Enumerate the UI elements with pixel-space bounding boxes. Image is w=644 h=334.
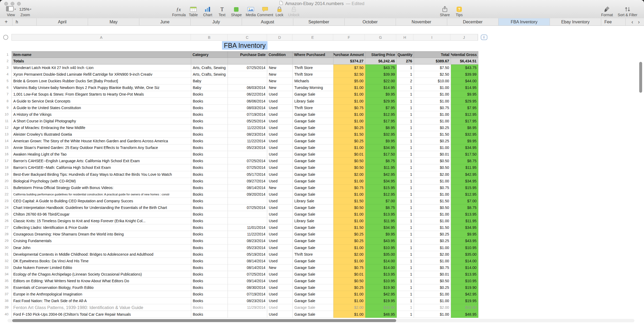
cell-condition[interactable]: Used (267, 291, 293, 298)
view-button[interactable]: ▾ View (4, 6, 18, 17)
cell-quantity[interactable]: 1 (397, 231, 414, 238)
cell-potential-gross[interactable]: $11.95 (451, 164, 478, 171)
cell-condition[interactable]: Used (267, 231, 293, 238)
column-ref-i[interactable]: I (413, 34, 450, 40)
cell-category[interactable]: Books (191, 151, 228, 158)
cell-condition[interactable]: Used (267, 218, 293, 224)
cell-item-name[interactable]: A History of the Vikings (12, 111, 191, 118)
cell-category[interactable]: Books (191, 245, 228, 251)
cell-total[interactable]: $1.00 (414, 144, 451, 151)
cell-potential-gross[interactable]: $34.95 (451, 144, 478, 151)
cell-quantity[interactable]: Quantity (397, 52, 414, 58)
cell-where-purchased[interactable]: Garage Sale (293, 278, 333, 284)
cell-condition[interactable]: Used (267, 91, 293, 98)
cell-potential-gross[interactable]: $9.95 (451, 231, 478, 238)
cell-category[interactable]: Books (191, 284, 228, 291)
row-number[interactable]: 22 (0, 191, 11, 198)
cell-total[interactable]: $0.50 (414, 158, 451, 164)
cell-potential-gross[interactable]: $8.75 (451, 204, 478, 211)
cell-item-name[interactable]: Bride & Groom Love Duckies Rubber Ducks … (12, 78, 191, 84)
cell-quantity[interactable]: 2 (397, 78, 414, 84)
cell-item-name[interactable]: 1,001 Low-Fat Soups & Stews: From Elegan… (12, 91, 191, 98)
cell-condition[interactable]: Used (267, 105, 293, 111)
table-button[interactable]: Table (186, 6, 200, 17)
cell-quantity[interactable]: 1 (397, 178, 414, 185)
cell-purchase-amount[interactable]: $1.00 (333, 111, 365, 118)
cell-item-name[interactable]: Annie Sloan's Painted Garden: 25 Easy Ou… (12, 144, 191, 151)
cell-potential-gross[interactable]: $43.75 (451, 65, 478, 71)
cell-total[interactable]: $0.75 (414, 185, 451, 191)
media-button[interactable]: Media (244, 6, 258, 17)
cell-quantity[interactable]: 1 (397, 224, 414, 231)
cell-purchase-date[interactable]: 08/23/2014 (228, 131, 267, 138)
cell-quantity[interactable]: 1 (397, 158, 414, 164)
cell-potential-gross[interactable]: Potential Gross (451, 52, 478, 58)
cell-quantity[interactable]: 1 (397, 204, 414, 211)
cell-item-name[interactable]: A Short Course in Digital Photography (12, 118, 191, 125)
cell-quantity[interactable]: 1 (397, 298, 414, 304)
cell-category[interactable]: Books (191, 171, 228, 178)
row-number[interactable]: 11 (0, 118, 11, 124)
cell-purchase-amount[interactable]: $1.00 (333, 178, 365, 185)
cell-starting-price[interactable]: $14.00 (365, 264, 397, 271)
cell-purchase-amount[interactable]: $0.25 (333, 238, 365, 244)
cell-purchase-amount[interactable]: $1.00 (333, 191, 365, 198)
cell-potential-gross[interactable]: $6,434.51 (451, 58, 478, 65)
column-ref-a[interactable]: A (12, 34, 191, 40)
cell-potential-gross[interactable]: $14.00 (451, 264, 478, 271)
cell-condition[interactable]: New (267, 78, 293, 84)
cell-starting-price[interactable]: $10.95 (365, 245, 397, 251)
table-title-text[interactable]: FBA Inventory (222, 41, 267, 50)
cell-purchase-amount[interactable]: $1.00 (333, 118, 365, 125)
cell-where-purchased[interactable]: Library Sale (293, 198, 333, 204)
column-ref-h[interactable]: H (396, 34, 413, 40)
cell-total[interactable]: $1.00 (414, 298, 451, 304)
cell-condition[interactable]: Used (267, 198, 293, 204)
cell-item-name[interactable]: Biological Psychology (with CD-ROM) (12, 178, 191, 185)
cell-category[interactable]: Books (191, 131, 228, 138)
cell-potential-gross[interactable]: $9.95 (451, 138, 478, 144)
cell-condition[interactable]: Used (267, 138, 293, 144)
cell-quantity[interactable]: 1 (397, 198, 414, 204)
row-number[interactable]: 34 (0, 271, 11, 277)
cell-where-purchased[interactable]: Garage Sale (293, 191, 333, 198)
cell-starting-price[interactable]: $7.00 (365, 198, 397, 204)
cell-total[interactable]: $0.25 (414, 125, 451, 131)
row-number[interactable]: 9 (0, 104, 11, 111)
cell-quantity[interactable]: 1 (397, 125, 414, 131)
cell-where-purchased[interactable]: Garage Sale (293, 238, 333, 244)
cell-category[interactable]: Category (191, 52, 228, 58)
cell-potential-gross[interactable]: $8.75 (451, 158, 478, 164)
cell-potential-gross[interactable]: $8.95 (451, 125, 478, 131)
cell-quantity[interactable]: 1 (397, 185, 414, 191)
row-number[interactable]: 14 (0, 138, 11, 144)
cell-purchase-amount[interactable]: $1.00 (333, 98, 365, 104)
cell-where-purchased[interactable]: Garage Sale (293, 224, 333, 231)
cell-total[interactable]: $7.50 (414, 65, 451, 71)
cell-total[interactable]: $1.00 (414, 118, 451, 125)
tab-h[interactable]: h (12, 18, 37, 25)
cell-quantity[interactable]: 1 (397, 304, 414, 311)
cell-purchase-amount[interactable]: $1.00 (333, 91, 365, 98)
cell-potential-gross[interactable]: $19.95 (451, 298, 478, 304)
cell-category[interactable]: Arts, Crafts, Sewing (191, 65, 228, 71)
horizontal-scrollbar-thumb[interactable] (12, 319, 396, 322)
row-number[interactable]: 7 (0, 91, 11, 97)
cell-purchase-amount[interactable]: $0.25 (333, 138, 365, 144)
unlock-button[interactable]: Unlock (287, 6, 301, 17)
cell-purchase-amount[interactable]: $0.75 (333, 185, 365, 191)
cell-starting-price[interactable]: $17.50 (365, 151, 397, 158)
tips-button[interactable]: ?Tips (452, 6, 466, 17)
cell-starting-price[interactable]: $15.95 (365, 185, 397, 191)
tab-november[interactable]: November (396, 18, 447, 25)
cell-purchase-amount[interactable]: $1.50 (333, 131, 365, 138)
cell-purchase-date[interactable]: 08/14/2014 (228, 185, 267, 191)
cell-potential-gross[interactable]: $10.95 (451, 278, 478, 284)
cell-item-name[interactable]: American Grown: The Story of the White H… (12, 138, 191, 144)
cell-category[interactable]: Books (191, 224, 228, 231)
add-column-handle[interactable]: ‖ (481, 35, 487, 40)
row-number[interactable]: 29 (0, 237, 11, 244)
cell-item-name[interactable]: Developmental Contexts in Middle Childho… (12, 251, 191, 258)
cell-where-purchased[interactable]: Garage Sale (293, 125, 333, 131)
cell-condition[interactable]: Condition (267, 52, 293, 58)
